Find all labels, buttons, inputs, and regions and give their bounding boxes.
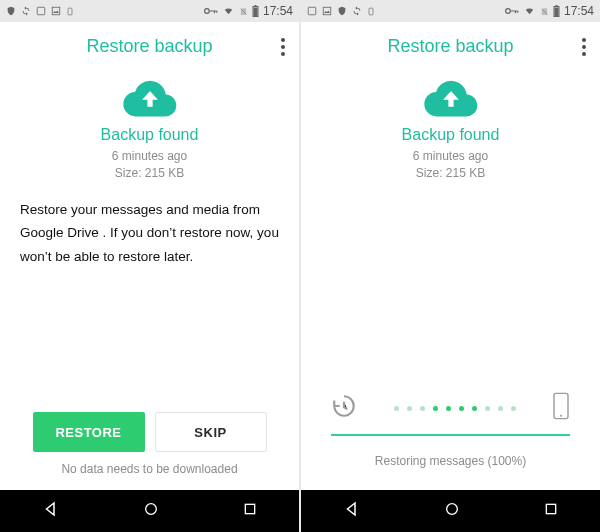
statusbar-right: 17:54 — [204, 4, 293, 18]
battery-icon — [252, 5, 259, 17]
svg-point-18 — [446, 504, 457, 515]
shield-icon — [337, 6, 347, 16]
backup-meta: 6 minutes ago Size: 215 KB — [0, 148, 299, 182]
skip-button[interactable]: SKIP — [155, 412, 267, 452]
backup-found-title: Backup found — [301, 126, 600, 144]
phone-right: 17:54 Restore backup Backup found 6 minu… — [301, 0, 600, 532]
shield-icon — [6, 6, 16, 16]
wifi-icon — [222, 6, 235, 16]
svg-point-3 — [205, 9, 210, 14]
backup-meta: 6 minutes ago Size: 215 KB — [301, 148, 600, 182]
no-sim-icon — [239, 6, 248, 17]
svg-rect-10 — [323, 7, 331, 15]
no-sim-icon — [540, 6, 549, 17]
svg-rect-6 — [253, 8, 257, 17]
history-icon — [331, 393, 357, 423]
nav-home-icon[interactable] — [143, 501, 159, 521]
header: Restore backup — [301, 22, 600, 70]
restore-description: Restore your messages and media from Goo… — [0, 182, 299, 269]
progress-bar — [331, 434, 570, 436]
svg-rect-15 — [554, 8, 558, 17]
overflow-menu-button[interactable] — [277, 34, 289, 60]
battery-icon — [553, 5, 560, 17]
backup-size: Size: 215 KB — [301, 165, 600, 182]
image-icon — [51, 6, 61, 16]
progress-area: Restoring messages (100%) — [301, 392, 600, 490]
statusbar: 17:54 — [301, 0, 600, 22]
statusbar: 17:54 — [0, 0, 299, 22]
page-title: Restore backup — [86, 36, 212, 57]
svg-rect-1 — [52, 7, 60, 15]
nav-back-icon[interactable] — [42, 500, 60, 522]
clock-text: 17:54 — [564, 4, 594, 18]
vpn-key-icon — [505, 6, 519, 16]
backup-size: Size: 215 KB — [0, 165, 299, 182]
app-icon — [36, 6, 46, 16]
progress-text: Restoring messages (100%) — [331, 454, 570, 468]
header: Restore backup — [0, 22, 299, 70]
statusbar-left — [6, 6, 74, 17]
svg-rect-0 — [37, 7, 45, 15]
app-icon — [307, 6, 317, 16]
image-icon — [322, 6, 332, 16]
svg-rect-19 — [546, 504, 555, 513]
overflow-menu-button[interactable] — [578, 34, 590, 60]
nav-back-icon[interactable] — [343, 500, 361, 522]
backup-found-title: Backup found — [0, 126, 299, 144]
svg-rect-5 — [254, 5, 256, 7]
cloud-upload-icon — [301, 78, 600, 118]
nav-home-icon[interactable] — [444, 501, 460, 521]
svg-point-17 — [560, 415, 562, 417]
svg-rect-8 — [245, 504, 254, 513]
nav-recents-icon[interactable] — [242, 501, 258, 521]
android-navbar — [0, 490, 299, 532]
svg-point-12 — [506, 9, 511, 14]
download-footnote: No data needs to be downloaded — [0, 462, 299, 476]
svg-rect-14 — [555, 5, 557, 7]
svg-rect-9 — [308, 7, 316, 15]
sync-icon — [21, 6, 31, 16]
button-row: RESTORE SKIP — [0, 412, 299, 452]
svg-rect-2 — [68, 8, 72, 15]
device-icon — [367, 6, 375, 17]
transfer-dots — [357, 406, 552, 411]
restore-button[interactable]: RESTORE — [33, 412, 145, 452]
statusbar-right: 17:54 — [505, 4, 594, 18]
sync-icon — [352, 6, 362, 16]
phone-icon — [552, 392, 570, 424]
device-icon — [66, 6, 74, 17]
svg-rect-11 — [369, 8, 373, 15]
svg-point-7 — [145, 504, 156, 515]
statusbar-left — [307, 6, 375, 17]
wifi-icon — [523, 6, 536, 16]
backup-time: 6 minutes ago — [301, 148, 600, 165]
page-title: Restore backup — [387, 36, 513, 57]
android-navbar — [301, 490, 600, 532]
nav-recents-icon[interactable] — [543, 501, 559, 521]
backup-time: 6 minutes ago — [0, 148, 299, 165]
cloud-upload-icon — [0, 78, 299, 118]
clock-text: 17:54 — [263, 4, 293, 18]
transfer-row — [331, 392, 570, 424]
phone-left: 17:54 Restore backup Backup found 6 minu… — [0, 0, 299, 532]
vpn-key-icon — [204, 6, 218, 16]
